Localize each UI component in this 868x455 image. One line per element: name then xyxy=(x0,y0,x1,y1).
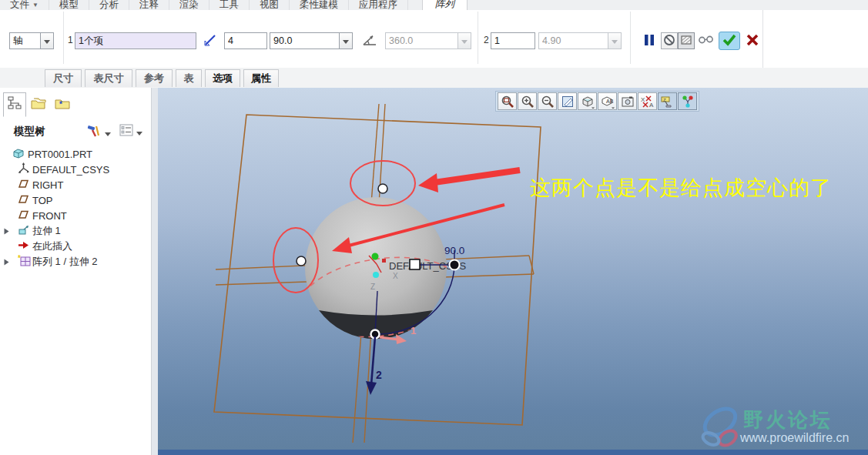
folder-browser-tab[interactable] xyxy=(27,92,50,117)
dashboard-tab-4[interactable]: 表 xyxy=(176,69,202,87)
accept-button[interactable] xyxy=(719,32,740,50)
zoom-out-icon[interactable] xyxy=(538,92,557,110)
capture-icon[interactable] xyxy=(618,92,637,110)
refit-icon[interactable] xyxy=(498,92,517,110)
tree-item-label[interactable]: DEFAULT_CSYS xyxy=(32,164,109,176)
graphics-viewport[interactable]: DEFAULT_CSYS X Z 90.0 2 1 xyxy=(158,88,868,455)
second-count-input[interactable] xyxy=(491,32,535,49)
tree-item-label[interactable]: FRONT xyxy=(32,210,67,222)
angle-combo[interactable] xyxy=(270,32,353,49)
menu-item-5[interactable]: 渲染 xyxy=(169,0,209,11)
dimension-value[interactable]: 90.0 xyxy=(444,245,464,256)
dimension-drag-handle[interactable] xyxy=(410,259,420,269)
model-tree-header: 模型树 xyxy=(0,122,151,142)
pattern-point-left[interactable] xyxy=(297,256,306,266)
plane-icon xyxy=(18,194,29,206)
flip-direction-icon[interactable] xyxy=(200,32,220,49)
tree-item-top[interactable]: TOP xyxy=(0,192,151,208)
expander-icon[interactable] xyxy=(4,256,9,268)
verify-icon[interactable] xyxy=(678,32,695,49)
glasses-icon[interactable] xyxy=(696,32,716,49)
svg-text:*: * xyxy=(59,100,62,109)
menu-item-4[interactable]: 注释 xyxy=(129,0,169,11)
annotation-text: 这两个点是不是给点成空心的了 xyxy=(530,174,832,202)
menu-item-6[interactable]: 工具 xyxy=(209,0,250,11)
tree-item-prt0001-prt[interactable]: PRT0001.PRT xyxy=(0,146,151,162)
forum-watermark: 野火论坛 www.proewildfire.cn xyxy=(695,405,868,455)
pattern-dashboard: 轴 1 2 xyxy=(0,10,868,68)
tree-item-label[interactable]: 在此插入 xyxy=(32,239,72,253)
extrude-icon xyxy=(18,225,30,238)
datum-display-icon[interactable]: XA xyxy=(638,92,657,110)
csys-cyan-handle[interactable] xyxy=(373,272,379,278)
zoom-in-icon[interactable] xyxy=(518,92,537,110)
tree-item--[interactable]: 在此插入 xyxy=(0,239,151,254)
plane-icon xyxy=(18,179,29,191)
annotation-display-icon[interactable]: Z xyxy=(658,92,677,110)
menu-item-1[interactable]: 文件▼ xyxy=(0,0,49,11)
tree-item-label[interactable]: 拉伸 1 xyxy=(32,224,61,238)
model-tree-title: 模型树 xyxy=(14,125,45,139)
menu-item-8[interactable]: 柔性建模 xyxy=(290,0,349,11)
csys-green-handle[interactable] xyxy=(372,253,379,260)
tree-tools-icon[interactable] xyxy=(86,124,111,141)
menu-item-2[interactable]: 模型 xyxy=(49,0,89,11)
tree-item-label[interactable]: 阵列 1 / 拉伸 2 xyxy=(32,255,98,269)
no-preview-icon[interactable] xyxy=(661,32,678,49)
svg-text:*: * xyxy=(18,255,21,263)
favorites-tab[interactable]: * xyxy=(51,92,74,117)
pause-icon[interactable] xyxy=(640,32,659,49)
model-scene: DEFAULT_CSYS X Z 90.0 2 1 xyxy=(158,88,868,455)
view-tree-icon[interactable] xyxy=(678,92,697,110)
direction-2-arrow[interactable] xyxy=(371,336,375,385)
active-ribbon-tab[interactable]: 阵列 xyxy=(422,0,468,10)
menu-item-3[interactable]: 分析 xyxy=(89,0,129,11)
menu-item-7[interactable]: 视图 xyxy=(250,0,290,11)
member-count-input[interactable] xyxy=(224,32,267,49)
svg-text:AB: AB xyxy=(606,99,614,104)
tree-item--1[interactable]: 拉伸 1 xyxy=(0,223,151,239)
display-style-icon[interactable] xyxy=(578,92,597,110)
direction-1-label: 1 xyxy=(411,325,416,336)
cancel-button[interactable] xyxy=(742,32,762,49)
angle-dropdown[interactable] xyxy=(339,32,353,49)
dashboard-tab-row: 尺寸表尺寸参考表选项属性 xyxy=(0,68,868,89)
total-angle-combo xyxy=(385,32,471,49)
pattern-type-value[interactable]: 轴 xyxy=(9,32,40,49)
expander-icon[interactable] xyxy=(4,226,9,237)
annotation-arrow-top xyxy=(429,170,520,183)
tree-item--1-2[interactable]: *阵列 1 / 拉伸 2 xyxy=(0,254,151,269)
dimension-anchor-point[interactable] xyxy=(450,260,460,270)
axis-collector-input[interactable] xyxy=(75,32,196,49)
axis-z-label: Z xyxy=(370,283,375,291)
dashboard-tab-2[interactable]: 表尺寸 xyxy=(85,69,132,87)
tree-item-label[interactable]: TOP xyxy=(32,195,53,206)
model-tree-tab[interactable] xyxy=(3,92,26,117)
direction-2-label: 2 xyxy=(376,369,382,381)
tree-item-right[interactable]: RIGHT xyxy=(0,177,151,192)
second-spacing-dropdown xyxy=(608,32,622,49)
saved-views-icon[interactable]: AB xyxy=(598,92,617,110)
tree-item-label[interactable]: RIGHT xyxy=(32,179,63,191)
second-direction-label: 2 xyxy=(484,35,489,47)
tree-item-label[interactable]: PRT0001.PRT xyxy=(28,149,92,160)
repaint-icon[interactable] xyxy=(558,92,577,110)
direction-1-arrow[interactable] xyxy=(380,337,398,340)
insert-here-icon xyxy=(18,240,29,253)
dashboard-tab-3[interactable]: 参考 xyxy=(136,69,173,87)
model-tree-panel: * 模型树 PRT0001.PRTDEFAULT_CSYSRIGHTTOPFRO… xyxy=(0,88,152,455)
forum-name: 野火论坛 xyxy=(743,406,833,433)
dashboard-tab-6[interactable]: 属性 xyxy=(243,69,279,87)
pattern-type-dropdown[interactable] xyxy=(40,32,54,49)
tree-display-options-icon[interactable] xyxy=(119,124,142,139)
viewport-toolbar: ABXAZ xyxy=(495,91,699,112)
pattern-point-top[interactable] xyxy=(378,184,387,193)
pattern-type-combo[interactable]: 轴 xyxy=(9,32,54,49)
dashboard-tab-1[interactable]: 尺寸 xyxy=(45,69,82,87)
tree-item-front[interactable]: FRONT xyxy=(0,208,151,223)
dashboard-tab-5[interactable]: 选项 xyxy=(205,69,240,87)
pattern-icon: * xyxy=(18,255,32,269)
menu-item-9[interactable]: 应用程序 xyxy=(349,0,408,11)
angle-input[interactable] xyxy=(270,32,339,49)
tree-item-default-csys[interactable]: DEFAULT_CSYS xyxy=(0,162,151,177)
